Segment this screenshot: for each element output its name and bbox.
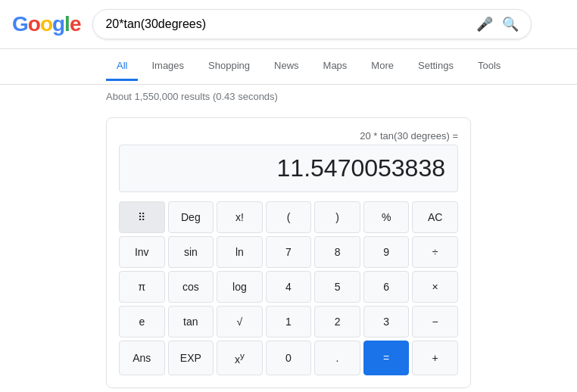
calc-btn-open-paren[interactable]: ( — [266, 201, 312, 233]
search-icon[interactable]: 🔍 — [502, 16, 519, 33]
logo-g2: g — [52, 12, 64, 36]
nav-right: Settings Tools — [407, 52, 511, 81]
nav-item-shopping[interactable]: Shopping — [198, 52, 260, 81]
calc-btn-9[interactable]: 9 — [363, 236, 410, 268]
nav-bar: All Images Shopping News Maps More Setti… — [0, 49, 577, 85]
calc-expression: 20 * tan(30 degrees) = — [119, 130, 458, 142]
calc-btn-2[interactable]: 2 — [314, 306, 360, 338]
calc-btn-7[interactable]: 7 — [266, 236, 312, 268]
nav-item-maps[interactable]: Maps — [313, 52, 358, 81]
logo-g: G — [12, 12, 28, 36]
logo-e: e — [70, 12, 81, 36]
nav-item-settings[interactable]: Settings — [407, 52, 464, 81]
calc-btn-8[interactable]: 8 — [314, 236, 360, 268]
results-info: About 1,550,000 results (0.43 seconds) — [0, 85, 577, 108]
calculator: 20 * tan(30 degrees) = 11.5470053838 ⠿ D… — [106, 117, 471, 388]
google-logo: G o o g l e — [12, 12, 80, 36]
calc-buttons: ⠿ Deg x! ( ) % AC Inv sin ln 7 8 9 ÷ π c… — [119, 201, 458, 375]
calc-btn-multiply[interactable]: × — [412, 271, 458, 303]
header: G o o g l e 🎤 🔍 — [0, 0, 577, 49]
logo-o2: o — [40, 12, 52, 36]
calc-btn-power[interactable]: xy — [217, 341, 263, 375]
mic-icon[interactable]: 🎤 — [476, 16, 493, 33]
calc-btn-sqrt[interactable]: √ — [217, 306, 263, 338]
calc-btn-1[interactable]: 1 — [266, 306, 312, 338]
calc-btn-pi[interactable]: π — [119, 271, 165, 303]
nav-item-all[interactable]: All — [106, 52, 138, 81]
nav-item-news[interactable]: News — [264, 52, 310, 81]
calc-btn-percent[interactable]: % — [363, 201, 410, 233]
logo-o1: o — [28, 12, 40, 36]
calc-btn-plus[interactable]: + — [412, 341, 458, 375]
search-bar: 🎤 🔍 — [92, 9, 532, 39]
calc-btn-e[interactable]: e — [119, 306, 165, 338]
nav-item-more[interactable]: More — [360, 52, 404, 81]
calc-btn-5[interactable]: 5 — [314, 271, 360, 303]
calc-btn-exp[interactable]: EXP — [168, 341, 214, 375]
search-input[interactable] — [105, 17, 476, 31]
calc-btn-minus[interactable]: − — [412, 306, 458, 338]
calc-btn-cos[interactable]: cos — [168, 271, 214, 303]
calc-btn-grid[interactable]: ⠿ — [119, 201, 165, 233]
calc-btn-sin[interactable]: sin — [168, 236, 214, 268]
calc-btn-0[interactable]: 0 — [266, 341, 312, 375]
calc-btn-ac[interactable]: AC — [412, 201, 458, 233]
logo-l: l — [64, 12, 70, 36]
calc-btn-deg[interactable]: Deg — [168, 201, 214, 233]
calc-btn-inv[interactable]: Inv — [119, 236, 165, 268]
calc-btn-3[interactable]: 3 — [363, 306, 410, 338]
calc-btn-ln[interactable]: ln — [217, 236, 263, 268]
calc-btn-close-paren[interactable]: ) — [314, 201, 360, 233]
nav-item-images[interactable]: Images — [141, 52, 195, 81]
calc-btn-4[interactable]: 4 — [266, 271, 312, 303]
calc-btn-tan[interactable]: tan — [168, 306, 214, 338]
calc-display: 11.5470053838 — [119, 145, 458, 192]
calc-btn-divide[interactable]: ÷ — [412, 236, 458, 268]
search-icons: 🎤 🔍 — [476, 16, 519, 33]
calc-btn-6[interactable]: 6 — [363, 271, 410, 303]
nav-item-tools[interactable]: Tools — [467, 52, 511, 81]
calc-btn-ans[interactable]: Ans — [119, 341, 165, 375]
calc-btn-factorial[interactable]: x! — [217, 201, 263, 233]
calc-btn-log[interactable]: log — [217, 271, 263, 303]
calc-btn-equals[interactable]: = — [363, 341, 410, 375]
calc-btn-decimal[interactable]: . — [314, 341, 360, 375]
